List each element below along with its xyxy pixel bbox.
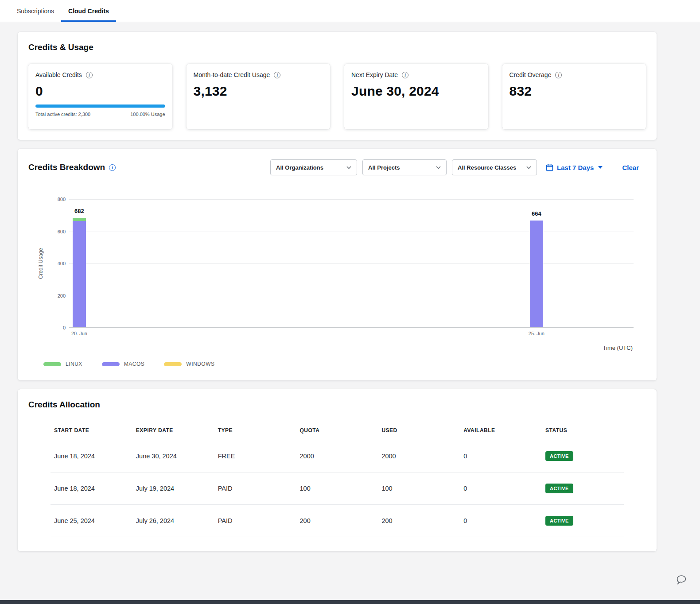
table-row: June 18, 2024 July 19, 2024 PAID 100 100… <box>51 472 624 505</box>
legend-item-linux[interactable]: LINUX <box>43 361 82 367</box>
available-credits-value: 0 <box>35 84 165 99</box>
cell-status: ACTIVE <box>542 440 624 472</box>
cell-type: PAID <box>214 472 296 505</box>
stat-card-next-expiry: Next Expiry Date i June 30, 2024 <box>344 64 488 129</box>
date-range-filter[interactable]: Last 7 Days <box>546 164 603 171</box>
cell-available: 0 <box>460 505 542 537</box>
legend-label: WINDOWS <box>186 361 214 367</box>
tab-subscriptions[interactable]: Subscriptions <box>10 0 61 22</box>
column-header-available: AVAILABLE <box>460 422 542 440</box>
legend-label: LINUX <box>66 361 82 367</box>
status-badge: ACTIVE <box>545 484 573 493</box>
next-expiry-label: Next Expiry Date <box>351 71 398 78</box>
info-icon[interactable]: i <box>274 72 280 78</box>
breakdown-header: Credits Breakdown i All Organizations Al… <box>28 159 646 175</box>
stat-card-mtd-usage: Month-to-date Credit Usage i 3,132 <box>187 64 331 129</box>
cell-available: 0 <box>460 440 542 472</box>
legend-label: MACOS <box>124 361 145 367</box>
stat-label-row: Month-to-date Credit Usage i <box>194 71 323 78</box>
clear-filters-link[interactable]: Clear <box>622 164 639 171</box>
bar-segment-macos <box>73 221 86 327</box>
mtd-usage-value: 3,132 <box>194 84 323 99</box>
credit-overage-label: Credit Overage <box>509 71 552 78</box>
info-icon[interactable]: i <box>109 164 116 171</box>
chart-gridline <box>69 296 634 296</box>
info-icon[interactable]: i <box>555 72 562 78</box>
cell-start-date: June 18, 2024 <box>51 440 132 472</box>
chevron-down-icon <box>436 166 441 169</box>
credits-allocation-table-wrap: START DATE EXPIRY DATE TYPE QUOTA USED A… <box>51 422 624 537</box>
credits-allocation-section: Credits Allocation START DATE EXPIRY DAT… <box>18 389 657 551</box>
organizations-filter[interactable]: All Organizations <box>270 159 357 175</box>
table-row: June 25, 2024 July 26, 2024 PAID 200 200… <box>51 505 624 537</box>
credit-overage-value: 832 <box>509 84 639 99</box>
credit-usage-chart-plot: 68220. Jun66425. Jun <box>69 199 634 328</box>
legend-item-macos[interactable]: MACOS <box>102 361 145 367</box>
y-axis-tick-label: 600 <box>58 229 66 234</box>
window-bottom-edge <box>0 600 700 604</box>
credits-usage-section: Credits & Usage Available Credits i 0 To… <box>18 32 657 140</box>
credits-breakdown-section: Credits Breakdown i All Organizations Al… <box>18 149 657 380</box>
feedback-chat-button[interactable] <box>676 575 687 585</box>
column-header-expiry-date: EXPIRY DATE <box>132 422 214 440</box>
calendar-icon <box>546 164 553 171</box>
credits-breakdown-title-text: Credits Breakdown <box>28 163 105 172</box>
organizations-filter-value: All Organizations <box>276 164 323 171</box>
cell-start-date: June 18, 2024 <box>51 472 132 505</box>
column-header-used: USED <box>378 422 460 440</box>
y-axis-tick-label: 800 <box>58 197 66 202</box>
legend-swatch <box>102 362 120 366</box>
credits-progress-fill <box>35 105 165 108</box>
column-header-status: STATUS <box>542 422 624 440</box>
y-axis-title: Credit Usage <box>38 248 44 279</box>
chart-gridline <box>69 199 634 200</box>
info-icon[interactable]: i <box>402 72 408 78</box>
stat-card-row: Available Credits i 0 Total active credi… <box>28 64 646 129</box>
x-axis-tick-label: 25. Jun <box>529 331 544 336</box>
breakdown-filters: All Organizations All Projects All Resou… <box>270 159 646 175</box>
available-credits-label: Available Credits <box>35 71 82 78</box>
legend-swatch <box>164 362 182 366</box>
stat-label-row: Credit Overage i <box>509 71 639 78</box>
resource-classes-filter[interactable]: All Resource Classes <box>452 159 537 175</box>
x-axis-tick-label: 20. Jun <box>71 331 87 336</box>
credits-progress-bar <box>35 105 165 108</box>
cell-status: ACTIVE <box>542 472 624 505</box>
info-icon[interactable]: i <box>86 72 93 78</box>
bar-segment-macos <box>530 221 543 327</box>
x-axis-title: Time (UTC) <box>28 345 646 351</box>
bar-total-label: 682 <box>74 208 84 214</box>
caret-down-icon <box>598 166 603 169</box>
cell-status: ACTIVE <box>542 505 624 537</box>
cell-used: 2000 <box>378 440 460 472</box>
next-expiry-value: June 30, 2024 <box>351 84 481 99</box>
chevron-down-icon <box>346 166 351 169</box>
column-header-start-date: START DATE <box>51 422 132 440</box>
bar-total-label: 664 <box>532 210 541 217</box>
chart-legend: LINUXMACOSWINDOWS <box>43 361 646 367</box>
chart-bar: 682 <box>73 218 86 327</box>
cell-quota: 200 <box>296 505 378 537</box>
legend-swatch <box>43 362 61 366</box>
credits-breakdown-title: Credits Breakdown i <box>28 163 116 172</box>
legend-item-windows[interactable]: WINDOWS <box>164 361 214 367</box>
usage-percent-text: 100.00% Usage <box>130 112 165 117</box>
y-axis-tick-label: 0 <box>63 325 66 330</box>
stat-card-credit-overage: Credit Overage i 832 <box>502 64 646 129</box>
table-header-row: START DATE EXPIRY DATE TYPE QUOTA USED A… <box>51 422 624 440</box>
chart-y-axis: 0200400600800 <box>46 199 66 328</box>
tab-cloud-credits[interactable]: Cloud Credits <box>61 0 116 22</box>
status-badge: ACTIVE <box>545 451 573 461</box>
cell-expiry-date: July 19, 2024 <box>132 472 214 505</box>
total-active-credits-text: Total active credits: 2,300 <box>35 112 90 117</box>
cell-used: 100 <box>378 472 460 505</box>
stat-card-available-credits: Available Credits i 0 Total active credi… <box>28 64 172 129</box>
date-range-value: Last 7 Days <box>557 164 594 171</box>
cell-start-date: June 25, 2024 <box>51 505 132 537</box>
credits-allocation-table: START DATE EXPIRY DATE TYPE QUOTA USED A… <box>51 422 624 537</box>
column-header-quota: QUOTA <box>296 422 378 440</box>
y-axis-tick-label: 200 <box>58 293 66 298</box>
projects-filter[interactable]: All Projects <box>362 159 447 175</box>
y-axis-tick-label: 400 <box>58 261 66 266</box>
bar-segment-linux <box>73 218 86 221</box>
